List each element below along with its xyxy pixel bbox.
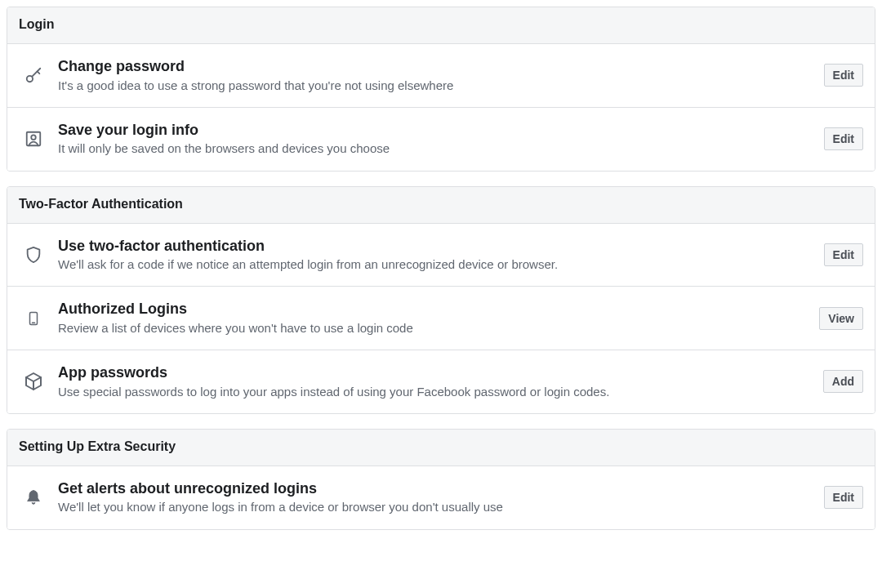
bell-icon (19, 488, 48, 507)
change-password-edit-button[interactable]: Edit (824, 64, 863, 87)
login-alerts-title: Get alerts about unrecognized logins (58, 479, 811, 498)
authorized-logins-action: View (819, 307, 863, 330)
two-factor-section-header: Two-Factor Authentication (7, 187, 875, 224)
authorized-logins-content: Authorized Logins Review a list of devic… (58, 300, 806, 336)
save-login-info-desc: It will only be saved on the browsers an… (58, 140, 811, 157)
login-alerts-desc: We'll let you know if anyone logs in fro… (58, 499, 811, 515)
phone-icon (19, 308, 48, 329)
extra-security-section: Setting Up Extra Security Get alerts abo… (7, 429, 875, 530)
use-2fa-row[interactable]: Use two-factor authentication We'll ask … (7, 224, 875, 287)
profile-square-icon (19, 130, 48, 148)
authorized-logins-title: Authorized Logins (58, 300, 806, 318)
svg-point-2 (31, 136, 36, 140)
login-alerts-action: Edit (824, 486, 863, 509)
change-password-desc: It's a good idea to use a strong passwor… (58, 78, 811, 94)
extra-security-section-header: Setting Up Extra Security (7, 430, 875, 466)
authorized-logins-row[interactable]: Authorized Logins Review a list of devic… (7, 287, 875, 350)
save-login-info-content: Save your login info It will only be sav… (58, 121, 811, 158)
use-2fa-content: Use two-factor authentication We'll ask … (58, 237, 811, 274)
save-login-info-action: Edit (824, 127, 863, 150)
save-login-info-edit-button[interactable]: Edit (824, 127, 863, 150)
app-passwords-desc: Use special passwords to log into your a… (58, 384, 810, 400)
app-passwords-content: App passwords Use special passwords to l… (58, 363, 810, 400)
login-alerts-edit-button[interactable]: Edit (824, 486, 863, 509)
app-passwords-action: Add (823, 370, 863, 393)
app-passwords-title: App passwords (58, 363, 810, 382)
shield-icon (19, 245, 48, 265)
login-section: Login Change password It's a good idea t… (7, 7, 875, 172)
use-2fa-title: Use two-factor authentication (58, 237, 811, 256)
authorized-logins-desc: Review a list of devices where you won't… (58, 320, 806, 336)
app-passwords-row[interactable]: App passwords Use special passwords to l… (7, 350, 875, 413)
login-alerts-content: Get alerts about unrecognized logins We'… (58, 479, 811, 516)
save-login-info-title: Save your login info (58, 121, 811, 140)
use-2fa-desc: We'll ask for a code if we notice an att… (58, 256, 811, 273)
login-section-header: Login (7, 7, 875, 44)
use-2fa-edit-button[interactable]: Edit (824, 243, 863, 266)
two-factor-section: Two-Factor Authentication Use two-factor… (7, 186, 875, 414)
change-password-row[interactable]: Change password It's a good idea to use … (7, 44, 875, 108)
app-passwords-add-button[interactable]: Add (823, 370, 863, 393)
change-password-title: Change password (58, 57, 811, 76)
authorized-logins-view-button[interactable]: View (819, 307, 863, 330)
login-alerts-row[interactable]: Get alerts about unrecognized logins We'… (7, 466, 875, 529)
key-icon (19, 66, 48, 84)
change-password-content: Change password It's a good idea to use … (58, 57, 811, 94)
use-2fa-action: Edit (824, 243, 863, 266)
save-login-info-row[interactable]: Save your login info It will only be sav… (7, 108, 875, 171)
box-icon (19, 372, 48, 391)
change-password-action: Edit (824, 64, 863, 87)
